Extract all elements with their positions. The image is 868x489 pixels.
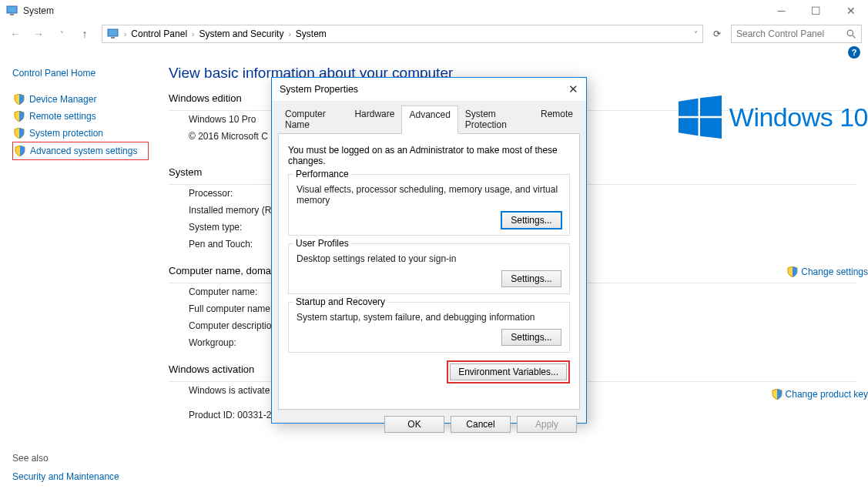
chevron-right-icon: › — [192, 30, 194, 39]
up-button[interactable]: ↑ — [75, 25, 94, 43]
change-product-key-link[interactable]: Change product key — [772, 389, 868, 400]
dialog-close-button[interactable]: ✕ — [568, 82, 578, 96]
shield-icon — [14, 94, 25, 105]
refresh-button[interactable]: ⟳ — [708, 25, 726, 43]
svg-marker-6 — [679, 99, 698, 116]
chevron-right-icon: › — [288, 30, 290, 39]
svg-line-5 — [853, 35, 855, 38]
sidebar: Control Panel Home Device Manager Remote… — [0, 62, 158, 489]
sidebar-item-label: Advanced system settings — [30, 146, 137, 156]
monitor-icon — [107, 28, 119, 40]
link-label: Change product key — [786, 389, 868, 400]
breadcrumb[interactable]: System — [296, 28, 327, 39]
maximize-button[interactable]: ☐ — [799, 0, 833, 22]
dialog-buttons: OK Cancel Apply — [278, 410, 580, 433]
shield-icon — [14, 128, 25, 139]
group-performance: Performance Visual effects, processor sc… — [288, 174, 570, 236]
monitor-icon — [6, 5, 18, 17]
sidebar-item-label: Device Manager — [29, 94, 96, 105]
dialog-titlebar: System Properties ✕ — [272, 78, 586, 101]
windows-logo-icon — [679, 95, 722, 139]
link-label: Change settings — [801, 266, 868, 277]
group-label: Startup and Recovery — [293, 296, 387, 307]
titlebar: System ─ ☐ ✕ — [0, 0, 868, 22]
svg-rect-1 — [10, 14, 14, 15]
breadcrumb[interactable]: Control Panel — [131, 28, 187, 39]
recent-dropdown[interactable]: ˅ — [52, 25, 71, 43]
user-profiles-settings-button[interactable]: Settings... — [501, 270, 561, 287]
back-button[interactable]: ← — [6, 25, 25, 43]
chevron-right-icon: › — [124, 30, 126, 39]
address-bar[interactable]: › Control Panel › System and Security › … — [102, 25, 703, 43]
help-icon[interactable]: ? — [848, 46, 860, 59]
help-row: ? — [0, 46, 868, 62]
sidebar-item-system-protection[interactable]: System protection — [12, 125, 149, 142]
sidebar-item-label: Remote settings — [29, 111, 96, 122]
group-startup-recovery: Startup and Recovery System startup, sys… — [288, 302, 570, 353]
svg-point-4 — [847, 30, 853, 35]
group-user-profiles: User Profiles Desktop settings related t… — [288, 243, 570, 294]
tab-remote[interactable]: Remote — [534, 106, 580, 133]
windows-brand-text: Windows 10 — [729, 102, 868, 132]
group-label: User Profiles — [293, 238, 351, 249]
tab-computer-name[interactable]: Computer Name — [278, 106, 347, 133]
group-desc: System startup, system failure, and debu… — [297, 309, 561, 329]
breadcrumb[interactable]: System and Security — [199, 28, 283, 39]
shield-icon — [15, 146, 25, 156]
svg-marker-8 — [679, 118, 698, 136]
group-label: Performance — [293, 169, 351, 179]
tab-system-protection[interactable]: System Protection — [458, 106, 534, 133]
svg-rect-3 — [111, 37, 115, 39]
ok-button[interactable]: OK — [384, 416, 444, 433]
startup-recovery-settings-button[interactable]: Settings... — [501, 329, 561, 346]
search-input[interactable]: Search Control Panel — [731, 25, 862, 43]
system-properties-dialog: System Properties ✕ Computer Name Hardwa… — [271, 77, 587, 424]
close-button[interactable]: ✕ — [833, 0, 868, 22]
forward-button[interactable]: → — [29, 25, 48, 43]
shield-icon — [787, 266, 798, 277]
shield-icon — [14, 111, 25, 122]
dialog-tabs: Computer Name Hardware Advanced System P… — [278, 106, 580, 134]
window-title: System — [23, 5, 764, 16]
env-vars-highlight: Environment Variables... — [447, 360, 570, 383]
group-desc: Visual effects, processor scheduling, me… — [297, 181, 561, 212]
sidebar-item-device-manager[interactable]: Device Manager — [12, 91, 149, 108]
svg-rect-2 — [108, 29, 118, 36]
sidebar-item-advanced-system-settings[interactable]: Advanced system settings — [12, 142, 149, 160]
tab-page-advanced: You must be logged on as an Administrato… — [278, 134, 580, 410]
apply-button[interactable]: Apply — [517, 416, 577, 433]
sidebar-item-label: System protection — [29, 128, 103, 139]
svg-marker-7 — [700, 95, 722, 116]
shield-icon — [772, 389, 783, 400]
see-also-heading: See also — [12, 453, 149, 464]
performance-settings-button[interactable]: Settings... — [501, 212, 561, 229]
search-icon — [846, 29, 856, 39]
svg-rect-0 — [7, 6, 17, 13]
tab-hardware[interactable]: Hardware — [347, 106, 401, 133]
group-desc: Desktop settings related to your sign-in — [297, 250, 561, 270]
windows-brand: Windows 10 — [679, 95, 868, 139]
svg-marker-9 — [700, 118, 722, 139]
address-dropdown[interactable]: ˅ — [694, 30, 698, 39]
cancel-button[interactable]: Cancel — [451, 416, 511, 433]
window-buttons: ─ ☐ ✕ — [764, 0, 868, 22]
dialog-title: System Properties — [280, 84, 358, 95]
environment-variables-button[interactable]: Environment Variables... — [450, 363, 567, 380]
sidebar-item-remote-settings[interactable]: Remote settings — [12, 108, 149, 125]
search-placeholder: Search Control Panel — [736, 28, 824, 39]
change-settings-link[interactable]: Change settings — [787, 266, 868, 277]
navbar: ← → ˅ ↑ › Control Panel › System and Sec… — [0, 22, 868, 46]
control-panel-home-link[interactable]: Control Panel Home — [12, 68, 149, 79]
minimize-button[interactable]: ─ — [764, 0, 799, 22]
security-maintenance-link[interactable]: Security and Maintenance — [12, 471, 149, 482]
tab-advanced[interactable]: Advanced — [401, 106, 457, 134]
